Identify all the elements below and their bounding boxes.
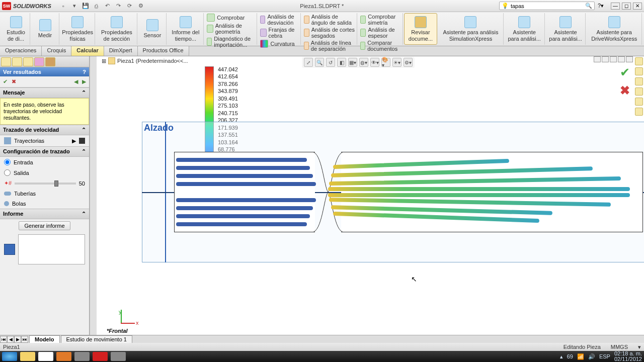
cancel-x-icon[interactable]: ✖ <box>12 78 16 85</box>
taskbar-solidworks-icon[interactable] <box>93 352 108 361</box>
ribbon-import-diag[interactable]: Diagnóstico de importación... <box>207 35 255 48</box>
tray-show-hidden-icon[interactable]: ▴ <box>560 353 563 360</box>
radio-salida-row[interactable]: Salida <box>0 167 89 178</box>
ribbon-geom[interactable]: Análisis de geometría <box>207 22 255 35</box>
help-icon[interactable]: ?▾ <box>598 3 604 9</box>
ribbon-comprobar[interactable]: Comprobar <box>207 13 255 22</box>
word-doc-icon[interactable] <box>4 244 15 255</box>
radio-entrada-row[interactable]: Entrada <box>0 157 89 167</box>
apply-scene-icon[interactable]: ☀▾ <box>392 58 401 67</box>
panel-help-icon[interactable]: ? <box>83 69 86 75</box>
bolas-row[interactable]: Bolas <box>0 199 89 209</box>
status-units[interactable]: MMGS <box>611 344 628 350</box>
breadcrumb-text[interactable]: Pieza1 (Predeterminado<<... <box>117 58 188 64</box>
ribbon-espesor[interactable]: Análisis de espesor <box>360 26 400 39</box>
taskbar-ie-icon[interactable] <box>2 352 17 361</box>
edit-appearance-icon[interactable]: 🎨▾ <box>381 58 390 67</box>
collapse-icon[interactable]: ⌃ <box>82 148 86 155</box>
confirm-cancel-icon[interactable]: ✖ <box>620 83 630 98</box>
search-input[interactable] <box>511 3 585 9</box>
section-config[interactable]: Configuración de trazado⌃ <box>0 146 89 157</box>
ribbon-asistente3[interactable]: Asistente para análisi... <box>546 13 586 45</box>
ribbon-revisar-doc[interactable]: Revisar docume... <box>404 13 437 45</box>
prev-view-icon[interactable]: ↺ <box>326 58 335 67</box>
ribbon-prop-seccion[interactable]: Propiedades de sección <box>96 13 137 45</box>
redo-icon[interactable]: ↷ <box>115 2 123 10</box>
rebuild-icon[interactable]: ⟳ <box>126 2 134 10</box>
taskbar-explorer-icon[interactable] <box>20 352 35 361</box>
ribbon-linea-sep[interactable]: Análisis de línea de separación <box>304 39 355 52</box>
ribbon-estudio[interactable]: Estudio de di... <box>2 13 30 45</box>
ribbon-informe-tiempo[interactable]: Informe del tiempo... <box>168 13 204 45</box>
ribbon-simulationxpress[interactable]: Asistente para análisis SimulationXpress <box>438 13 504 45</box>
ok-check-icon[interactable]: ✔ <box>3 78 8 85</box>
taskbar-chrome-icon[interactable] <box>38 352 53 361</box>
pane-max-icon[interactable] <box>618 56 625 62</box>
display-mgr-icon[interactable] <box>45 57 55 66</box>
zoom-area-icon[interactable]: 🔍 <box>315 58 324 67</box>
ribbon-prop-fisicas[interactable]: Propiedades físicas <box>60 13 95 45</box>
tuberias-row[interactable]: Tuberías <box>0 189 89 199</box>
view-settings-icon[interactable]: ⚙▾ <box>404 58 413 67</box>
collapse-icon[interactable]: ⌃ <box>82 211 86 217</box>
ribbon-desviacion[interactable]: Análisis de desviación <box>260 13 298 26</box>
search-icon[interactable]: 🔍 <box>585 3 592 9</box>
tray-network-icon[interactable]: 📶 <box>577 353 584 360</box>
ribbon-driveworks[interactable]: Asistente para DriveWorksXpress <box>587 13 642 45</box>
density-slider[interactable] <box>15 183 76 185</box>
pane-close-icon[interactable] <box>626 56 633 62</box>
taskpane-home-icon[interactable] <box>635 57 643 65</box>
dimxpert-mgr-icon[interactable] <box>34 57 44 66</box>
taskbar-app-icon[interactable] <box>74 352 90 361</box>
taskbar-app2-icon[interactable] <box>111 352 126 361</box>
property-mgr-icon[interactable] <box>12 57 22 66</box>
collapse-icon[interactable]: ⌃ <box>82 89 86 96</box>
expand-tree-icon[interactable]: ⊞ <box>102 58 106 64</box>
print-icon[interactable]: ⎙ <box>93 2 101 10</box>
undo-icon[interactable]: ↶ <box>104 2 112 10</box>
taskpane-lib-icon[interactable] <box>635 67 643 75</box>
next-icon[interactable]: ▶ <box>82 78 86 85</box>
graphics-viewport[interactable]: ⊞ Pieza1 (Predeterminado<<... ✔ ✖ 447.04… <box>97 56 644 335</box>
ribbon-curvatura[interactable]: Curvatura <box>260 39 298 48</box>
taskpane-appearance-icon[interactable] <box>635 98 643 106</box>
nav-next-icon[interactable]: ▶ <box>14 336 21 343</box>
nav-first-icon[interactable]: ⏮ <box>0 336 7 343</box>
play-icon[interactable]: ▶ <box>72 138 76 144</box>
nav-prev-icon[interactable]: ◀ <box>7 336 14 343</box>
close-button[interactable]: ✕ <box>633 3 642 10</box>
search-box[interactable]: 💡 🔍 <box>499 2 595 10</box>
status-menu-icon[interactable]: ▾ <box>638 344 641 350</box>
side-scrollbar[interactable] <box>90 56 97 335</box>
config-mgr-icon[interactable] <box>23 57 33 66</box>
hide-show-icon[interactable]: 👁▾ <box>370 58 379 67</box>
taskpane-explorer-icon[interactable] <box>635 77 643 85</box>
taskpane-view-icon[interactable] <box>635 87 643 96</box>
collapse-icon[interactable]: ⌃ <box>82 127 86 133</box>
tab-motion-study[interactable]: Estudio de movimiento 1 <box>61 335 132 343</box>
ribbon-asistente2[interactable]: Asistente para análisi... <box>505 13 545 45</box>
pane-single-icon[interactable] <box>594 56 601 62</box>
ribbon-angulo[interactable]: Análisis de ángulo de salida <box>304 13 355 26</box>
taskpane-custom-icon[interactable] <box>635 108 643 116</box>
section-view-icon[interactable]: ◧ <box>337 58 346 67</box>
maximize-button[interactable]: ◻ <box>622 3 631 10</box>
open-icon[interactable]: ▾ <box>70 2 78 10</box>
tab-productos-office[interactable]: Productos Office <box>138 46 189 56</box>
prev-icon[interactable]: ◀ <box>74 78 78 85</box>
view-orient-icon[interactable]: ▦▾ <box>348 58 357 67</box>
tray-volume-icon[interactable]: 🔊 <box>588 353 595 360</box>
radio-salida[interactable] <box>4 169 11 176</box>
pane-dual-icon[interactable] <box>602 56 609 62</box>
save-icon[interactable]: 💾 <box>82 2 90 10</box>
minimize-button[interactable]: — <box>611 3 620 10</box>
tab-croquis[interactable]: Croquis <box>42 46 71 56</box>
pane-min-icon[interactable] <box>610 56 617 62</box>
generate-report-button[interactable]: Generar informe <box>19 221 70 230</box>
feature-tree-icon[interactable] <box>1 57 11 66</box>
section-mensaje[interactable]: Mensaje⌃ <box>0 87 89 98</box>
taskbar-firefox-icon[interactable] <box>56 352 71 361</box>
section-informe[interactable]: Informe⌃ <box>0 209 89 219</box>
ribbon-simetria[interactable]: Comprobar simetría <box>360 13 400 26</box>
tab-dimxpert[interactable]: DimXpert <box>104 46 138 56</box>
